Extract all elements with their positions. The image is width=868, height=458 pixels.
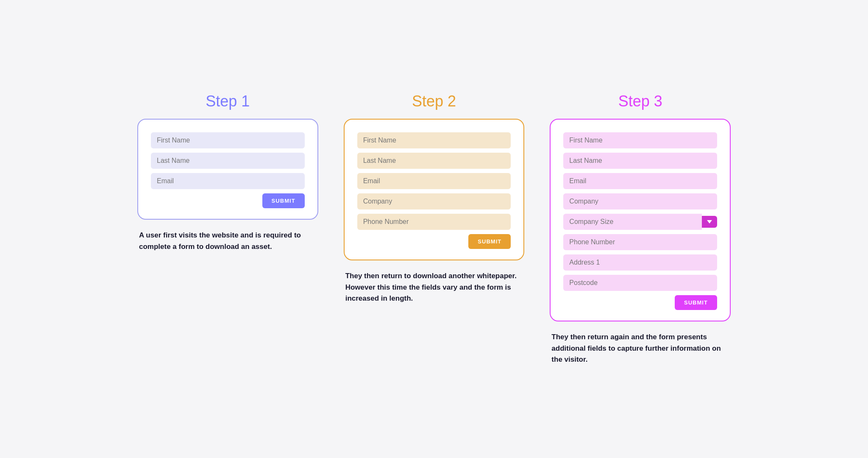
step3-company-size-row (563, 214, 717, 230)
page-container: Step 1 SUBMIT A user first visits the we… (137, 92, 731, 365)
step1-column: Step 1 SUBMIT A user first visits the we… (137, 92, 318, 252)
step3-description: They then return again and the form pres… (550, 332, 731, 365)
step2-submit-button[interactable]: SUBMIT (468, 234, 511, 249)
step2-phone-input[interactable] (357, 214, 511, 230)
step3-submit-button[interactable]: SUBMIT (675, 295, 717, 310)
step3-title: Step 3 (618, 92, 662, 110)
step1-description: A user first visits the website and is r… (137, 230, 318, 252)
step1-submit-button[interactable]: SUBMIT (262, 193, 305, 208)
step3-company-input[interactable] (563, 193, 717, 209)
step2-company-input[interactable] (357, 193, 511, 209)
step2-description: They then return to download another whi… (344, 271, 525, 304)
step2-title: Step 2 (412, 92, 456, 110)
step1-card: SUBMIT (137, 119, 318, 220)
step2-last-name-input[interactable] (357, 153, 511, 169)
chevron-down-icon (707, 220, 712, 223)
step3-company-size-dropdown-button[interactable] (702, 216, 717, 228)
step3-last-name-input[interactable] (563, 153, 717, 169)
step1-email-input[interactable] (151, 173, 305, 189)
step3-first-name-input[interactable] (563, 132, 717, 148)
step3-address-input[interactable] (563, 254, 717, 271)
step3-company-size-input[interactable] (563, 214, 702, 230)
step2-email-input[interactable] (357, 173, 511, 189)
step2-submit-row: SUBMIT (357, 234, 511, 249)
step1-submit-row: SUBMIT (151, 193, 305, 208)
step3-submit-row: SUBMIT (563, 295, 717, 310)
step2-column: Step 2 SUBMIT They then return to downlo… (344, 92, 525, 304)
step1-title: Step 1 (206, 92, 250, 110)
step3-card: SUBMIT (550, 119, 731, 321)
step1-last-name-input[interactable] (151, 153, 305, 169)
step2-first-name-input[interactable] (357, 132, 511, 148)
step1-first-name-input[interactable] (151, 132, 305, 148)
step3-postcode-input[interactable] (563, 275, 717, 291)
step3-email-input[interactable] (563, 173, 717, 189)
step2-card: SUBMIT (344, 119, 525, 260)
step3-column: Step 3 SUBMIT They then return again and… (550, 92, 731, 365)
step3-phone-input[interactable] (563, 234, 717, 250)
